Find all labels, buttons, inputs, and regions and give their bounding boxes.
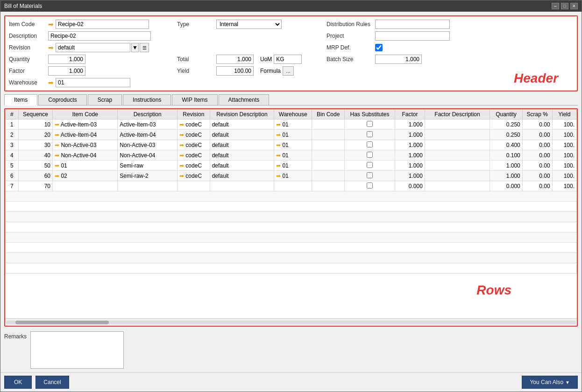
- tab-instructions[interactable]: Instructions: [123, 94, 171, 105]
- close-button[interactable]: ✕: [570, 3, 578, 9]
- batch-size-input[interactable]: [375, 55, 422, 64]
- project-label: Project: [326, 33, 373, 39]
- tab-wip-items[interactable]: WIP Items: [172, 94, 217, 105]
- cancel-button[interactable]: Cancel: [35, 376, 69, 389]
- cell-warehouse: [274, 181, 312, 191]
- scrollbar-track: [6, 321, 576, 324]
- tab-scrap[interactable]: Scrap: [88, 94, 122, 105]
- cell-bin-code: [312, 130, 345, 140]
- cell-factor: 1.000: [395, 150, 425, 161]
- description-input[interactable]: [48, 31, 151, 41]
- cell-quantity: 0.250: [490, 119, 523, 130]
- you-can-also-button[interactable]: You Can Also ▼: [522, 376, 578, 389]
- table-row[interactable]: 1 10 ➡ Active-Item-03 Active-Item-03 ➡ c…: [6, 119, 577, 130]
- remarks-textarea[interactable]: [30, 331, 124, 369]
- cell-item-code: ➡ Active-Item-03: [53, 119, 118, 130]
- cell-has-substitutes[interactable]: [345, 150, 395, 161]
- project-input[interactable]: [375, 31, 450, 41]
- table-row-empty: [6, 191, 577, 202]
- cell-description: Active-Item-04: [118, 130, 177, 140]
- cell-warehouse: ➡ 01: [274, 161, 312, 171]
- cell-item-code: ➡ 01: [53, 161, 118, 171]
- col-header-hash: #: [6, 110, 19, 119]
- cell-revision: ➡ codeC: [177, 171, 210, 181]
- row-arrow-icon: ➡: [55, 121, 59, 128]
- tab-coproducts[interactable]: Coproducts: [38, 94, 86, 105]
- tab-attachments[interactable]: Attachments: [219, 94, 270, 105]
- cell-quantity: 0.250: [490, 130, 523, 140]
- cell-scrap: 0.00: [522, 119, 552, 130]
- factor-label: Factor: [9, 68, 46, 74]
- warehouse-input[interactable]: [56, 78, 130, 87]
- mrp-def-label: MRP Def.: [326, 44, 373, 51]
- table-row[interactable]: 3 30 ➡ Non-Active-03 Non-Active-03 ➡ cod…: [6, 140, 577, 150]
- cell-item-code: ➡ Non-Active-04: [53, 150, 118, 161]
- table-row-empty: [6, 253, 577, 263]
- cell-has-substitutes[interactable]: [345, 161, 395, 171]
- distribution-rules-label: Distribution Rules: [326, 21, 373, 28]
- cell-has-substitutes[interactable]: [345, 171, 395, 181]
- cell-has-substitutes[interactable]: [345, 130, 395, 140]
- cell-sequence: 10: [18, 119, 52, 130]
- description-label: Description: [9, 33, 46, 39]
- cell-item-code: [53, 181, 118, 191]
- cell-scrap: 0.00: [522, 171, 552, 181]
- cell-has-substitutes[interactable]: [345, 119, 395, 130]
- horizontal-scrollbar[interactable]: [5, 318, 577, 326]
- header-annotation: Header: [514, 71, 558, 86]
- revision-input[interactable]: [56, 43, 130, 52]
- total-input[interactable]: [216, 55, 254, 64]
- bill-of-materials-window: Bill of Materials ‒ □ ✕ Item Code ➡ Des: [0, 0, 582, 392]
- formula-button[interactable]: …: [283, 66, 294, 76]
- mrp-def-checkbox[interactable]: [375, 44, 383, 51]
- table-row[interactable]: 6 60 ➡ 02 Semi-raw-2 ➡ codeC default ➡ 0…: [6, 171, 577, 181]
- footer-left-buttons: OK Cancel: [4, 376, 69, 389]
- cell-has-substitutes[interactable]: [345, 140, 395, 150]
- cell-factor: 1.000: [395, 161, 425, 171]
- footer: OK Cancel You Can Also ▼: [0, 372, 582, 392]
- main-content: Item Code ➡ Description Revision ➡ ▼: [0, 12, 582, 372]
- table-row-empty: [6, 222, 577, 232]
- cell-quantity: 0.100: [490, 150, 523, 161]
- col-header-yield: Yield: [552, 110, 576, 119]
- scrollbar-thumb[interactable]: [15, 321, 109, 324]
- cell-bin-code: [312, 119, 345, 130]
- uom-input[interactable]: [274, 55, 302, 64]
- cell-description: Active-Item-03: [118, 119, 177, 130]
- revision-list-button[interactable]: ☰: [140, 43, 149, 52]
- revision-label: Revision: [9, 44, 46, 51]
- table-row-empty: [6, 202, 577, 212]
- tabs-container: Items Coproducts Scrap Instructions WIP …: [4, 94, 578, 105]
- table-row[interactable]: 5 50 ➡ 01 Semi-raw ➡ codeC default ➡ 01 …: [6, 161, 577, 171]
- col-header-factor-description: Factor Description: [425, 110, 490, 119]
- cell-factor-description: [425, 171, 490, 181]
- item-code-input[interactable]: [56, 20, 149, 29]
- table-row-empty: [6, 243, 577, 253]
- type-select[interactable]: Internal External: [216, 20, 282, 29]
- tabs-section: Items Coproducts Scrap Instructions WIP …: [4, 94, 578, 105]
- quantity-input[interactable]: [48, 55, 85, 64]
- cell-yield: 100.: [552, 119, 576, 130]
- cell-has-substitutes[interactable]: [345, 181, 395, 191]
- yield-input[interactable]: [216, 66, 254, 76]
- cell-warehouse: ➡ 01: [274, 150, 312, 161]
- cell-factor-description: [425, 150, 490, 161]
- revision-dropdown-button[interactable]: ▼: [131, 43, 139, 52]
- header-section: Item Code ➡ Description Revision ➡ ▼: [4, 15, 578, 91]
- tab-items[interactable]: Items: [4, 94, 37, 105]
- cell-revision-desc: default: [210, 161, 274, 171]
- factor-input[interactable]: [48, 66, 85, 76]
- cell-yield: 100.: [552, 171, 576, 181]
- cell-revision: [177, 181, 210, 191]
- col-header-revision-description: Revision Description: [210, 110, 274, 119]
- table-row[interactable]: 4 40 ➡ Non-Active-04 Non-Active-04 ➡ cod…: [6, 150, 577, 161]
- cell-revision: ➡ codeC: [177, 150, 210, 161]
- distribution-rules-input[interactable]: [375, 20, 450, 29]
- maximize-button[interactable]: □: [561, 3, 568, 9]
- table-row[interactable]: 7 70 0.000 0.000 0.00 100.: [6, 181, 577, 191]
- ok-button[interactable]: OK: [4, 376, 32, 389]
- table-row[interactable]: 2 20 ➡ Active-Item-04 Active-Item-04 ➡ c…: [6, 130, 577, 140]
- table-row-empty: [6, 232, 577, 243]
- cell-revision: ➡ codeC: [177, 161, 210, 171]
- minimize-button[interactable]: ‒: [552, 3, 559, 9]
